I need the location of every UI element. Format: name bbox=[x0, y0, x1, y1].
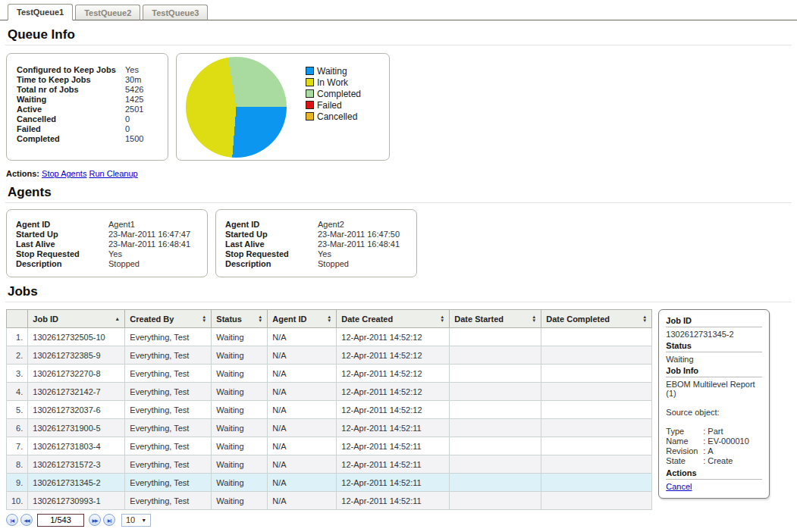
column-header-agent-id[interactable]: Agent ID▲▼ bbox=[268, 310, 337, 328]
table-row[interactable]: 9.1302612731345-2Everything, TestWaiting… bbox=[7, 474, 652, 492]
cell-date-completed bbox=[541, 365, 652, 383]
sort-icon: ▲▼ bbox=[440, 315, 444, 323]
column-header-inner: Created By▲▼ bbox=[130, 315, 206, 324]
table-row[interactable]: 7.1302612731803-4Everything, TestWaiting… bbox=[7, 437, 652, 455]
tab-testqueue3[interactable]: TestQueue3 bbox=[143, 5, 208, 20]
cell-agent-id: N/A bbox=[268, 401, 337, 419]
agent-label: Last Alive bbox=[225, 239, 318, 249]
jobs-section: Jobs Job ID▲Created By▲▼Status▲▼Agent ID… bbox=[0, 284, 797, 527]
page-size-select[interactable]: 10 ▼ bbox=[121, 514, 151, 527]
column-header-status[interactable]: Status▲▼ bbox=[212, 310, 268, 328]
source-colon: : bbox=[703, 456, 705, 466]
pagination-bar: |◀ ◀◀ ▶▶ ▶| 10 ▼ bbox=[6, 513, 797, 527]
cell-job-id: 1302612732385-9 bbox=[28, 346, 125, 365]
table-row[interactable]: 1.1302612732505-10Everything, TestWaitin… bbox=[7, 328, 652, 346]
cell-date-started bbox=[450, 437, 541, 455]
column-header-created-by[interactable]: Created By▲▼ bbox=[125, 310, 212, 328]
agent-label: Started Up bbox=[16, 230, 108, 239]
stat-value: 0 bbox=[125, 124, 130, 134]
pie-chart bbox=[186, 57, 287, 158]
column-header-inner: Job ID▲ bbox=[33, 315, 120, 324]
tab-testqueue1[interactable]: TestQueue1 bbox=[8, 4, 73, 20]
legend-swatch-cancelled bbox=[306, 112, 314, 120]
cell-status: Waiting bbox=[212, 328, 268, 346]
row-number-cell: 2. bbox=[7, 346, 28, 365]
row-number-cell: 5. bbox=[7, 401, 28, 419]
cell-date-created: 12-Apr-2011 14:52:11 bbox=[337, 455, 450, 474]
queue-stats-panel: Configured to Keep JobsYesTime to Keep J… bbox=[6, 53, 168, 161]
stat-row: Completed1500 bbox=[17, 134, 160, 144]
agent-value: 23-Mar-2011 16:47:47 bbox=[108, 230, 190, 239]
cell-job-id: 1302612732037-6 bbox=[28, 401, 125, 419]
legend-swatch-completed bbox=[306, 89, 314, 98]
cell-agent-id: N/A bbox=[268, 419, 337, 437]
stat-row: Cancelled0 bbox=[17, 114, 160, 124]
cell-agent-id: N/A bbox=[268, 346, 337, 365]
detail-actions-heading: Actions bbox=[666, 468, 762, 480]
cell-status: Waiting bbox=[212, 474, 268, 492]
agent-label: Stop Requested bbox=[225, 249, 318, 259]
table-row[interactable]: 10.1302612730993-1Everything, TestWaitin… bbox=[7, 492, 652, 510]
cell-agent-id: N/A bbox=[268, 365, 337, 383]
legend-item: Failed bbox=[306, 99, 361, 111]
prev-page-button[interactable]: ◀◀ bbox=[20, 514, 33, 526]
next-page-button[interactable]: ▶▶ bbox=[89, 514, 101, 526]
table-row[interactable]: 5.1302612732037-6Everything, TestWaiting… bbox=[7, 401, 652, 419]
legend-label: Failed bbox=[317, 100, 342, 111]
cell-job-id: 1302612731803-4 bbox=[28, 437, 125, 455]
column-label: Agent ID bbox=[272, 315, 306, 324]
cancel-job-link[interactable]: Cancel bbox=[666, 482, 692, 491]
last-page-button[interactable]: ▶| bbox=[103, 514, 115, 526]
agent-row: Last Alive23-Mar-2011 16:48:41 bbox=[16, 239, 198, 249]
row-number-header bbox=[7, 310, 28, 328]
page-input[interactable] bbox=[37, 514, 84, 527]
agents-title: Agents bbox=[8, 185, 797, 200]
queue-info-section: Queue Info Configured to Keep JobsYesTim… bbox=[0, 27, 797, 178]
source-colon: : bbox=[703, 437, 705, 446]
column-label: Created By bbox=[130, 315, 174, 324]
stat-label: Waiting bbox=[17, 95, 125, 105]
table-row[interactable]: 6.1302612731900-5Everything, TestWaiting… bbox=[7, 419, 652, 437]
stop-agents-link[interactable]: Stop Agents bbox=[42, 169, 86, 178]
legend-label: Cancelled bbox=[317, 111, 357, 122]
legend-item: Completed bbox=[306, 88, 361, 99]
detail-jobid-value: 1302612731345-2 bbox=[666, 330, 762, 339]
cell-agent-id: N/A bbox=[268, 383, 337, 401]
agent-value: Yes bbox=[318, 249, 331, 259]
cell-date-created: 12-Apr-2011 14:52:12 bbox=[337, 346, 450, 365]
agent-row: Stop RequestedYes bbox=[225, 249, 407, 259]
column-label: Date Completed bbox=[546, 315, 610, 324]
column-header-date-created[interactable]: Date Created▲▼ bbox=[337, 310, 450, 328]
agent-label: Description bbox=[16, 259, 108, 269]
column-header-date-completed[interactable]: Date Completed▲▼ bbox=[541, 310, 652, 328]
table-row[interactable]: 2.1302612732385-9Everything, TestWaiting… bbox=[7, 346, 652, 365]
cell-agent-id: N/A bbox=[268, 328, 337, 346]
first-page-button[interactable]: |◀ bbox=[6, 514, 18, 526]
run-cleanup-link[interactable]: Run Cleanup bbox=[89, 169, 137, 178]
column-header-date-started[interactable]: Date Started▲▼ bbox=[450, 310, 541, 328]
cell-job-id: 1302612731572-3 bbox=[28, 455, 125, 474]
table-row[interactable]: 8.1302612731572-3Everything, TestWaiting… bbox=[7, 455, 652, 474]
stat-row: Active2501 bbox=[17, 105, 160, 114]
cell-created-by: Everything, Test bbox=[125, 455, 212, 474]
stat-row: Time to Keep Jobs30m bbox=[17, 75, 160, 85]
column-header-inner: Agent ID▲▼ bbox=[272, 315, 331, 324]
jobs-table: Job ID▲Created By▲▼Status▲▼Agent ID▲▼Dat… bbox=[6, 309, 652, 510]
cell-created-by: Everything, Test bbox=[125, 383, 212, 401]
row-number-cell: 6. bbox=[7, 419, 28, 437]
detail-source-object-label: Source object: bbox=[666, 408, 762, 417]
source-label: Type bbox=[666, 427, 703, 437]
stat-value: 2501 bbox=[125, 105, 143, 114]
stat-label: Configured to Keep Jobs bbox=[17, 65, 125, 75]
source-object-line: Revision:A bbox=[666, 446, 762, 456]
source-colon: : bbox=[703, 446, 705, 456]
tab-testqueue2[interactable]: TestQueue2 bbox=[75, 5, 140, 20]
jobs-title: Jobs bbox=[8, 284, 797, 299]
cell-job-id: 1302612731345-2 bbox=[28, 474, 125, 492]
agents-section: Agents Agent IDAgent1Started Up23-Mar-20… bbox=[0, 185, 797, 277]
column-header-job-id[interactable]: Job ID▲ bbox=[28, 310, 125, 328]
cell-date-started bbox=[450, 492, 541, 510]
table-row[interactable]: 3.1302612732270-8Everything, TestWaiting… bbox=[7, 365, 652, 383]
cell-date-completed bbox=[541, 492, 652, 510]
table-row[interactable]: 4.1302612732142-7Everything, TestWaiting… bbox=[7, 383, 652, 401]
